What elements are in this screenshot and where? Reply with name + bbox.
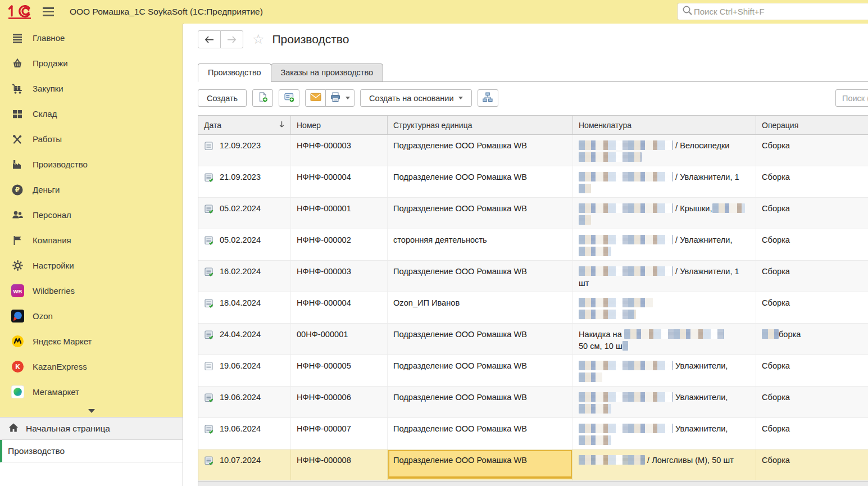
table-row[interactable]: 19.06.2024НФНФ-000007Подразделение ООО Р… xyxy=(198,418,868,449)
cell-number[interactable]: 00НФ-000001 xyxy=(291,324,388,355)
table-row[interactable]: 16.02.2024НФНФ-000003Подразделение ООО Р… xyxy=(198,261,868,292)
horizontal-scrollbar[interactable] xyxy=(198,481,868,486)
table-row[interactable]: 18.04.2024НФНФ-000004Ozon_ИП ИвановСборк… xyxy=(198,292,868,324)
sidebar-item-basket[interactable]: Продажи xyxy=(0,51,183,76)
cell-nomenclature[interactable]: Накидка на 50 см, 10 ш xyxy=(573,324,756,355)
cell-number[interactable]: НФНФ-000008 xyxy=(291,449,388,480)
copy-document-button[interactable] xyxy=(252,89,273,107)
cell-number[interactable]: НФНФ-000003 xyxy=(291,261,388,292)
cell-unit[interactable]: Подразделение ООО Ромашка WB xyxy=(388,135,573,166)
cell-nomenclature[interactable]: / Крышки, xyxy=(573,198,756,229)
cell-date[interactable]: 12.09.2023 xyxy=(198,135,291,166)
cell-unit[interactable]: Подразделение ООО Ромашка WB xyxy=(388,387,573,417)
cell-unit[interactable]: Подразделение ООО Ромашка WB xyxy=(388,418,573,449)
cell-number[interactable]: НФНФ-000003 xyxy=(291,135,388,166)
table-row[interactable]: 19.06.2024НФНФ-000005Подразделение ООО Р… xyxy=(198,355,868,387)
cell-unit[interactable]: Подразделение ООО Ромашка WB xyxy=(388,324,573,355)
table-row[interactable]: 10.07.2024НФНФ-000008Подразделение ООО Р… xyxy=(198,449,868,481)
cell-unit[interactable]: Подразделение ООО Ромашка WB xyxy=(388,198,573,229)
cell-date[interactable]: 19.06.2024 xyxy=(198,387,291,417)
sidebar-item-wildberries[interactable]: WBWildberries xyxy=(0,278,183,303)
sidebar-item-people[interactable]: Персонал xyxy=(0,202,183,228)
sidebar-item-megamarket[interactable]: Мегамаркет xyxy=(0,379,183,405)
active-cell[interactable]: Подразделение ООО Ромашка WB xyxy=(388,450,572,479)
structure-button[interactable] xyxy=(478,89,498,107)
sidebar-item-tools[interactable]: Работы xyxy=(0,126,183,152)
column-header-1[interactable]: Номер xyxy=(291,116,388,134)
cell-operation[interactable]: борка xyxy=(756,324,868,355)
column-header-0[interactable]: Дата xyxy=(198,116,291,134)
cell-nomenclature[interactable] xyxy=(573,292,756,323)
new-card-button[interactable] xyxy=(279,89,299,107)
cell-operation[interactable]: Сборка xyxy=(756,229,868,260)
cell-operation[interactable]: Сборка xyxy=(756,355,868,386)
back-button[interactable] xyxy=(198,30,221,48)
cell-date[interactable]: 05.02.2024 xyxy=(198,229,291,260)
email-button[interactable] xyxy=(305,89,326,107)
table-row[interactable]: 05.02.2024НФНФ-000001Подразделение ООО Р… xyxy=(198,198,868,229)
cell-operation[interactable]: Сборка xyxy=(756,449,868,480)
table-row[interactable]: 12.09.2023НФНФ-000003Подразделение ООО Р… xyxy=(198,135,868,166)
cell-operation[interactable]: Сборка xyxy=(756,387,868,417)
sidebar-item-gear[interactable]: Настройки xyxy=(0,253,183,278)
cell-unit[interactable]: Подразделение ООО Ромашка WB xyxy=(388,449,573,480)
cell-number[interactable]: НФНФ-000004 xyxy=(291,166,388,197)
table-row[interactable]: 21.09.2023НФНФ-000004Подразделение ООО Р… xyxy=(198,166,868,198)
cell-date[interactable]: 10.07.2024 xyxy=(198,449,291,480)
cell-number[interactable]: НФНФ-000002 xyxy=(291,229,388,260)
cell-operation[interactable]: Сборка xyxy=(756,261,868,292)
sidebar-collapse-button[interactable] xyxy=(0,405,183,417)
cell-unit[interactable]: сторонняя деятельность xyxy=(388,229,573,260)
cell-date[interactable]: 21.09.2023 xyxy=(198,166,291,197)
cell-nomenclature[interactable]: / Лонгсливы (М), 50 шт xyxy=(573,449,756,480)
table-row[interactable]: 24.04.202400НФ-000001Подразделение ООО Р… xyxy=(198,324,868,355)
cell-nomenclature[interactable]: Увлажнители, xyxy=(573,355,756,386)
cell-nomenclature[interactable]: Увлажнители, xyxy=(573,387,756,417)
sidebar-item-factory[interactable]: Производство xyxy=(0,152,183,177)
cell-number[interactable]: НФНФ-000001 xyxy=(291,198,388,229)
cell-date[interactable]: 24.04.2024 xyxy=(198,324,291,355)
sidebar-item-menu-lines[interactable]: Главное xyxy=(0,25,183,51)
sidebar-item-flag[interactable]: Компания xyxy=(0,228,183,253)
list-search-input[interactable] xyxy=(841,93,868,103)
cell-date[interactable]: 19.06.2024 xyxy=(198,355,291,386)
cell-date[interactable]: 19.06.2024 xyxy=(198,418,291,449)
cell-unit[interactable]: Подразделение ООО Ромашка WB xyxy=(388,355,573,386)
create-based-on-button[interactable]: Создать на основании xyxy=(360,89,471,107)
cell-unit[interactable]: Подразделение ООО Ромашка WB xyxy=(388,166,573,197)
sidebar-item-home[interactable]: Начальная страница xyxy=(0,417,183,440)
global-search[interactable] xyxy=(677,3,868,20)
cell-date[interactable]: 16.02.2024 xyxy=(198,261,291,292)
create-button[interactable]: Создать xyxy=(198,89,247,107)
sidebar-item-kazanexpress[interactable]: KKazanExpress xyxy=(0,354,183,379)
forward-button[interactable] xyxy=(220,30,243,48)
cell-number[interactable]: НФНФ-000007 xyxy=(291,418,388,449)
tab-0[interactable]: Производство xyxy=(198,63,271,82)
favorite-star-icon[interactable]: ☆ xyxy=(252,33,265,46)
sidebar-item-warehouse[interactable]: Склад xyxy=(0,101,183,126)
cell-date[interactable]: 18.04.2024 xyxy=(198,292,291,323)
column-header-4[interactable]: Операция xyxy=(756,116,868,134)
cell-nomenclature[interactable]: / Увлажнители, 1шт xyxy=(573,261,756,292)
cell-number[interactable]: НФНФ-000006 xyxy=(291,387,388,417)
cell-date[interactable]: 05.02.2024 xyxy=(198,198,291,229)
list-search[interactable] xyxy=(835,89,868,107)
table-row[interactable]: 05.02.2024НФНФ-000002сторонняя деятельно… xyxy=(198,229,868,261)
cell-operation[interactable]: Сборка xyxy=(756,292,868,323)
cell-nomenclature[interactable]: / Увлажнители, xyxy=(573,229,756,260)
cell-unit[interactable]: Подразделение ООО Ромашка WB xyxy=(388,261,573,292)
cell-nomenclature[interactable]: Увлажнители, xyxy=(573,418,756,449)
cell-number[interactable]: НФНФ-000005 xyxy=(291,355,388,386)
global-search-input[interactable] xyxy=(693,6,868,17)
sidebar-item-cart[interactable]: Закупки xyxy=(0,76,183,101)
cell-number[interactable]: НФНФ-000004 xyxy=(291,292,388,323)
cell-operation[interactable]: Сборка xyxy=(756,135,868,166)
table-row[interactable]: 19.06.2024НФНФ-000006Подразделение ООО Р… xyxy=(198,387,868,418)
open-page-tab[interactable]: Производство xyxy=(0,440,183,462)
column-header-3[interactable]: Номенклатура xyxy=(573,116,756,134)
sidebar-item-ruble[interactable]: ₽Деньги xyxy=(0,177,183,202)
tab-1[interactable]: Заказы на производство xyxy=(271,63,384,82)
sidebar-item-yandex-market[interactable]: Яндекс Маркет xyxy=(0,329,183,354)
sidebar-item-ozon[interactable]: Ozon xyxy=(0,303,183,329)
cell-nomenclature[interactable]: / Велосипедки xyxy=(573,135,756,166)
